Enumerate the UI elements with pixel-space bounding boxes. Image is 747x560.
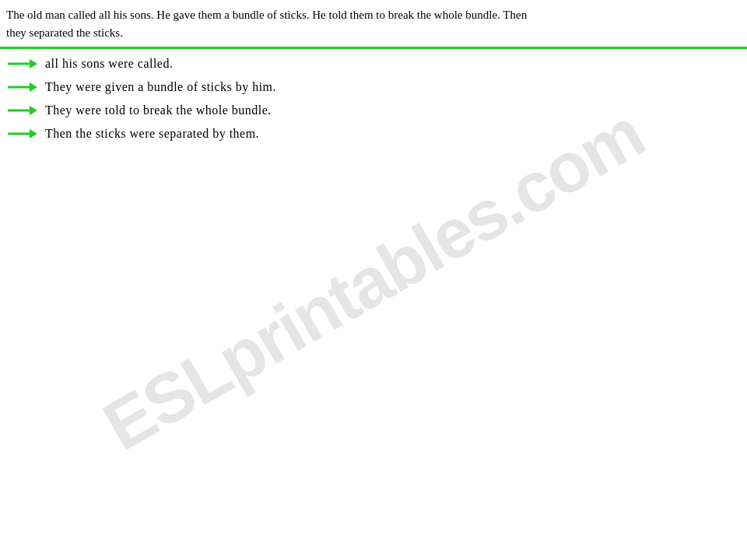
- arrow-icon: [6, 56, 37, 72]
- arrow-icon: [6, 126, 37, 142]
- sentence-row: all his sons were called.: [6, 56, 738, 72]
- svg-marker-1: [30, 59, 37, 68]
- sentence-row: They were told to break the whole bundle…: [6, 103, 738, 118]
- sentence-text-2: They were given a bundle of sticks by hi…: [45, 80, 276, 94]
- svg-marker-3: [30, 82, 37, 92]
- sentence-text-1: all his sons were called.: [45, 57, 173, 71]
- top-line: [0, 47, 747, 49]
- intro-paragraph: The old man called all his sons. He gave…: [6, 6, 528, 43]
- sentence-row: They were given a bundle of sticks by hi…: [6, 79, 738, 95]
- arrow-icon: [6, 103, 37, 118]
- sentence-text-4: Then the sticks were separated by them.: [45, 127, 259, 141]
- svg-marker-5: [30, 106, 37, 115]
- svg-marker-7: [30, 129, 37, 138]
- arrow-icon: [6, 79, 37, 95]
- watermark: ESLprintables.com: [90, 93, 657, 467]
- sentence-text-3: They were told to break the whole bundle…: [45, 103, 272, 117]
- sentence-row: Then the sticks were separated by them.: [6, 126, 738, 142]
- sentences-container: all his sons were called. They were give…: [6, 56, 738, 149]
- page-container: ESLprintables.com The old man called all…: [0, 0, 747, 560]
